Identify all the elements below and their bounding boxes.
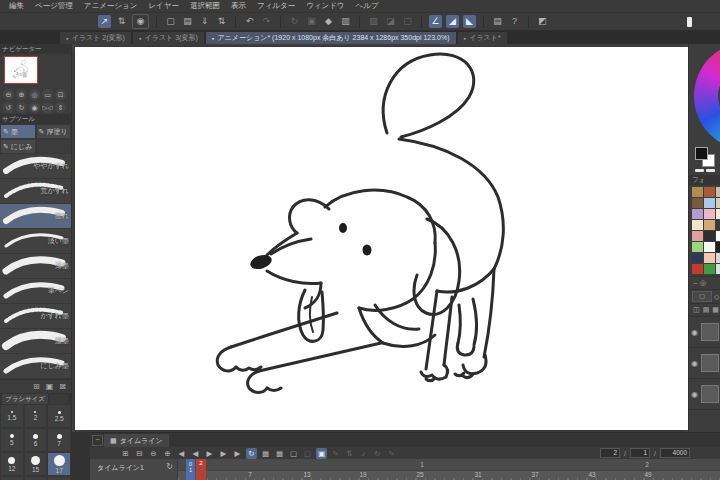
timeline-panel-tab[interactable]: ▦ タイムライン	[104, 434, 169, 447]
help-icon[interactable]: ?	[508, 15, 521, 28]
magnifier-icon[interactable]: ◎	[700, 279, 706, 287]
color-swatch[interactable]	[692, 253, 703, 263]
undo-icon[interactable]: ↶	[243, 15, 256, 28]
color-swatch[interactable]	[704, 220, 715, 230]
layer-visibility-icon[interactable]: ◉	[691, 390, 698, 399]
new-layer-icon[interactable]: ◫	[693, 306, 700, 314]
menu-item[interactable]: フィルター	[257, 1, 295, 11]
color-swatch[interactable]	[692, 187, 703, 197]
frame-counter-value[interactable]: 4000	[660, 448, 690, 458]
brush-item[interactable]: 淡い墨	[0, 229, 71, 254]
onion-skin-icon[interactable]: ▣	[316, 448, 327, 459]
brush-size-option[interactable]: 2.5	[47, 404, 71, 428]
document-tab[interactable]: ●イラスト*	[458, 32, 507, 44]
document-tab[interactable]: ●イラスト 3(変形)	[133, 32, 204, 44]
color-swatch[interactable]	[716, 187, 720, 197]
color-slider-icon[interactable]	[695, 169, 704, 172]
color-swatch[interactable]	[692, 220, 703, 230]
menu-item[interactable]: ページ管理	[35, 1, 73, 11]
layer-options-icon[interactable]: ▦	[712, 306, 719, 314]
timeline-refresh-icon[interactable]: ↻	[166, 462, 173, 471]
color-settings-icon[interactable]: ◩	[536, 15, 549, 28]
color-swatch[interactable]	[704, 187, 715, 197]
layer-row[interactable]: ◉	[689, 379, 720, 410]
navigator-panel-tab[interactable]: ナビゲーター	[0, 44, 71, 54]
actual-size-icon[interactable]: ▭	[42, 89, 53, 100]
color-swatch[interactable]	[716, 264, 720, 274]
snap-special-ruler-icon[interactable]: ◢	[446, 15, 459, 28]
color-slider-icon[interactable]	[706, 169, 715, 172]
color-swatch[interactable]	[704, 231, 715, 241]
reset-rotation-icon[interactable]: ◉	[29, 102, 40, 113]
brush-size-option[interactable]: 1.5	[0, 404, 24, 428]
subtool-group-tab[interactable]: ✎厚塗り	[36, 124, 72, 139]
duplicate-subtool-icon[interactable]: ▣	[46, 382, 54, 392]
timeline-zoom-out-icon[interactable]: ⊖	[148, 448, 159, 459]
layer-row[interactable]: ◉	[689, 317, 720, 348]
fit-to-screen-icon[interactable]: ◎	[29, 89, 40, 100]
brush-item[interactable]: にじみ墨	[0, 354, 71, 379]
frame-counter-value[interactable]: 2	[600, 448, 620, 458]
blend-stepper-icon[interactable]: ◇	[714, 293, 719, 301]
document-tab[interactable]: ●イラスト 2(変形)	[60, 32, 131, 44]
zoom-out-icon[interactable]: ⊖	[3, 89, 14, 100]
color-swatch[interactable]	[704, 242, 715, 252]
delete-subtool-icon[interactable]: ⊠	[59, 382, 66, 392]
frame-counter-value[interactable]: 1	[630, 448, 650, 458]
rotate-left-icon[interactable]: ↺	[3, 102, 14, 113]
color-swatch[interactable]	[716, 231, 720, 241]
go-last-frame-icon[interactable]: ▶	[232, 448, 243, 459]
menu-item[interactable]: レイヤー	[148, 1, 179, 11]
save-stepper-icon[interactable]: ⇅	[215, 15, 228, 28]
brush-size-option[interactable]: 15	[24, 452, 48, 476]
cel-settings-icon[interactable]: ▢	[288, 448, 299, 459]
clipboard-icon[interactable]: ▥	[339, 15, 352, 28]
timeline-zoom-in-icon[interactable]: ⊕	[162, 448, 173, 459]
layer-visibility-icon[interactable]: ◉	[691, 359, 698, 368]
color-swatch[interactable]	[692, 264, 703, 274]
brush-size-option[interactable]: 7	[47, 428, 71, 452]
color-swatch[interactable]	[716, 198, 720, 208]
start-frame-marker[interactable]: 0 1	[186, 459, 195, 480]
color-swatch[interactable]	[704, 264, 715, 274]
brush-size-option[interactable]: 2	[24, 404, 48, 428]
collapse-icon[interactable]: −	[693, 280, 697, 287]
play-icon[interactable]: ▶	[204, 448, 215, 459]
snap-grid-icon[interactable]: ◣	[463, 15, 476, 28]
layer-visibility-icon[interactable]: ◉	[691, 328, 698, 337]
brush-item[interactable]: ややかすれ	[0, 154, 71, 179]
brush-size-option[interactable]	[47, 476, 71, 480]
workspace-stepper-icon[interactable]: ⇅	[115, 15, 128, 28]
new-file-icon[interactable]: ▢	[164, 15, 177, 28]
toolbar-slider-handle[interactable]	[687, 17, 692, 27]
fullscreen-icon[interactable]: ⊡	[55, 89, 66, 100]
canvas[interactable]	[75, 47, 688, 430]
document-tab[interactable]: ●アニメーション* (1920 x 1080px 余白あり 2384 x 128…	[206, 32, 456, 44]
open-file-icon[interactable]: ▤	[181, 15, 194, 28]
brush-size-option[interactable]: 5	[0, 428, 24, 452]
foreground-color-chip[interactable]	[695, 147, 708, 160]
flip-vertical-icon[interactable]: ⇕	[55, 102, 66, 113]
brush-size-option[interactable]: 6	[24, 428, 48, 452]
color-swatch[interactable]	[704, 209, 715, 219]
timeline-track[interactable]: タイムライン1 ↻	[90, 459, 178, 480]
new-cel-icon[interactable]: ▦	[260, 448, 271, 459]
fit-timeline-alt-icon[interactable]: ⊟	[134, 448, 145, 459]
color-swatch[interactable]	[716, 209, 720, 219]
go-first-frame-icon[interactable]: ◀	[176, 448, 187, 459]
color-set-tab[interactable]: フォ	[689, 175, 720, 185]
rotate-right-icon[interactable]: ↻	[16, 102, 27, 113]
menu-item[interactable]: アニメーション	[84, 1, 138, 11]
menu-item[interactable]: 選択範囲	[190, 1, 220, 11]
color-swatch[interactable]	[716, 220, 720, 230]
add-subtool-icon[interactable]: ⊞	[33, 382, 40, 392]
color-swatch[interactable]	[716, 242, 720, 252]
loop-play-icon[interactable]: ↻	[246, 448, 257, 459]
layer-row[interactable]: ◉	[689, 348, 720, 379]
color-swatch[interactable]	[716, 253, 720, 263]
collapse-timeline-button[interactable]: −	[92, 435, 103, 446]
new-folder-icon[interactable]: ▤	[703, 306, 710, 314]
subtool-group-tab[interactable]: ✎墨	[0, 124, 36, 139]
brush-item[interactable]: かすれ墨	[0, 304, 71, 329]
fit-timeline-icon[interactable]: ⊞	[120, 448, 131, 459]
